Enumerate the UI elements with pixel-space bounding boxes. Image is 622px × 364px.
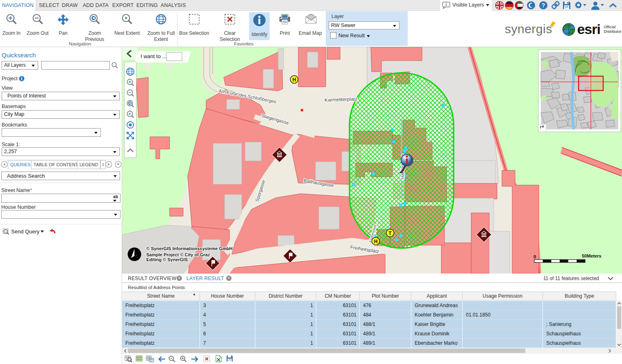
svg-text:Karmeliterplatz: Karmeliterplatz [325,96,357,103]
svg-text:H: H [374,239,378,244]
svg-text:i: i [446,2,447,7]
svg-text:0: 0 [533,254,536,259]
svg-text:?: ? [542,2,545,9]
svg-text:T: T [388,231,392,236]
svg-text:© SynerGIS Informationssysteme: © SynerGIS Informationssysteme GmbH [146,246,232,251]
svg-text:H: H [293,77,296,83]
svg-text:Sample Project © City of Graz: Sample Project © City of Graz [146,252,210,257]
svg-text:I want to ...: I want to ... [141,53,167,59]
svg-text:50Meters: 50Meters [582,253,602,258]
svg-text:Editing © SynerGIS: Editing © SynerGIS [146,257,188,262]
